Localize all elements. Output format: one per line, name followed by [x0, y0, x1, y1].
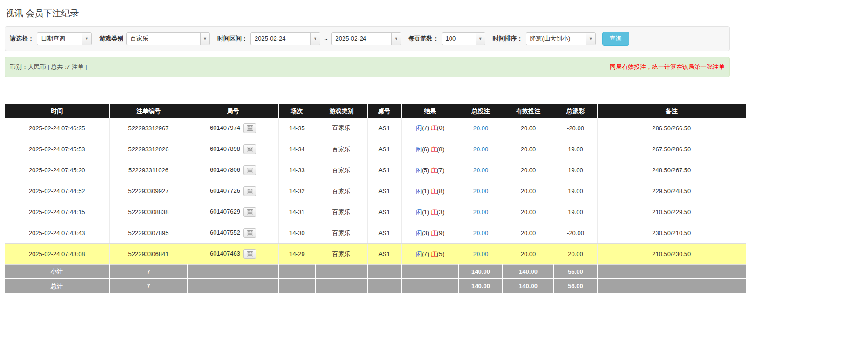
round-number: 601407898	[210, 145, 240, 152]
table-row: 2025-02-24 07:44:52522293309927601407726…	[5, 181, 746, 202]
column-header: 有效投注	[503, 104, 554, 118]
chevron-down-icon[interactable]: ▼	[82, 33, 91, 45]
note-cell: 230.50/210.50	[597, 223, 746, 243]
table-foot: 小计7140.00140.0056.00总计7140.00140.0056.00	[5, 264, 746, 293]
total-bet-cell: 20.00	[459, 160, 503, 181]
result-cell: 闲(6) 庄(8)	[401, 139, 459, 160]
total-bet-link[interactable]: 20.00	[473, 167, 489, 174]
valid-bet-cell: 20.00	[503, 118, 554, 139]
session-cell: 14-31	[278, 202, 316, 223]
total-bet-link[interactable]: 20.00	[473, 146, 489, 153]
banker-result-score: (8)	[437, 188, 444, 195]
total-row-empty	[188, 279, 278, 293]
valid-bet-cell: 20.00	[503, 243, 554, 264]
player-result-label: 闲	[416, 146, 422, 153]
bet-id-cell: 522293312026	[109, 139, 188, 160]
note-cell: 210.50/229.50	[597, 202, 746, 223]
valid-bet-cell: 20.00	[503, 160, 554, 181]
player-result-score: (6)	[422, 146, 431, 153]
round-cell: 601407726	[188, 181, 278, 202]
bet-id-cell: 522293311026	[109, 160, 188, 181]
game-type-cell: 百家乐	[316, 223, 367, 243]
column-header: 注单编号	[109, 104, 188, 118]
total-bet-cell: 20.00	[459, 202, 503, 223]
chevron-down-icon[interactable]: ▼	[310, 33, 320, 45]
page-size-select[interactable]: 100 ▼	[442, 32, 485, 45]
table-row: 2025-02-24 07:46:25522293312967601407974…	[5, 118, 746, 139]
filter-bar: 请选择： 日期查询 ▼ 游戏类别 百家乐 ▼ 时间区间： 2025-02-24 …	[5, 26, 730, 51]
player-result-label: 闲	[416, 209, 422, 216]
banker-result-label: 庄	[431, 250, 437, 257]
date-to-value: 2025-02-24	[332, 33, 391, 45]
result-cell: 闲(7) 庄(5)	[401, 243, 459, 264]
payout-cell: 19.00	[554, 160, 597, 181]
subtotal-row-note	[597, 264, 746, 279]
note-cell: 286.50/266.50	[597, 118, 746, 139]
video-replay-icon[interactable]	[243, 123, 256, 133]
chevron-down-icon[interactable]: ▼	[200, 33, 209, 45]
total-bet-link[interactable]: 20.00	[473, 188, 489, 195]
page-size-label: 每页笔数：	[409, 34, 439, 43]
note-cell: 267.50/286.50	[597, 139, 746, 160]
result-cell: 闲(7) 庄(0)	[401, 118, 459, 139]
session-cell: 14-32	[278, 181, 316, 202]
date-from-select[interactable]: 2025-02-24 ▼	[250, 32, 320, 45]
total-row-payout: 56.00	[554, 279, 597, 293]
total-bet-link[interactable]: 20.00	[473, 230, 489, 236]
player-result-score: (7)	[422, 250, 431, 257]
subtotal-row-empty	[401, 264, 459, 279]
game-type-cell: 百家乐	[316, 243, 367, 264]
search-button[interactable]: 查询	[602, 32, 629, 46]
round-number: 601407974	[210, 124, 240, 131]
time-cell: 2025-02-24 07:45:53	[5, 139, 109, 160]
time-cell: 2025-02-24 07:43:43	[5, 223, 109, 243]
video-replay-icon[interactable]	[243, 186, 256, 196]
table-number-cell: AS1	[367, 118, 401, 139]
table-row: 2025-02-24 07:43:08522293306841601407463…	[5, 243, 746, 264]
round-number: 601407806	[210, 166, 240, 173]
video-replay-icon[interactable]	[243, 165, 256, 175]
chevron-down-icon[interactable]: ▼	[586, 33, 595, 45]
subtotal-row-empty	[367, 264, 401, 279]
player-result-score: (7)	[422, 124, 431, 131]
game-type-select[interactable]: 百家乐 ▼	[126, 32, 210, 45]
subtotal-row: 小计7140.00140.0056.00	[5, 264, 746, 279]
game-type-cell: 百家乐	[316, 118, 367, 139]
payout-cell: 19.00	[554, 202, 597, 223]
video-replay-icon[interactable]	[243, 249, 256, 259]
summary-currency-count: 币别：人民币 | 总共 :7 注单 |	[10, 63, 87, 71]
video-replay-icon[interactable]	[243, 207, 256, 217]
payout-cell: -20.00	[554, 223, 597, 243]
total-row-empty	[367, 279, 401, 293]
player-result-score: (1)	[422, 209, 431, 216]
page-title: 视讯 会员下注纪录	[6, 7, 868, 20]
sort-order-select[interactable]: 降冪(由大到小) ▼	[526, 32, 596, 45]
query-type-select[interactable]: 日期查询 ▼	[37, 32, 92, 45]
chevron-down-icon[interactable]: ▼	[391, 33, 401, 45]
session-cell: 14-35	[278, 118, 316, 139]
player-result-label: 闲	[416, 188, 422, 195]
date-to-select[interactable]: 2025-02-24 ▼	[331, 32, 401, 45]
time-cell: 2025-02-24 07:43:08	[5, 243, 109, 264]
video-replay-icon[interactable]	[243, 228, 256, 238]
total-bet-link[interactable]: 20.00	[473, 250, 489, 257]
valid-bet-cell: 20.00	[503, 223, 554, 243]
video-replay-icon[interactable]	[243, 144, 256, 154]
subtotal-row-label: 小计	[5, 264, 109, 279]
game-type-cell: 百家乐	[316, 160, 367, 181]
table-number-cell: AS1	[367, 202, 401, 223]
column-header: 桌号	[367, 104, 401, 118]
result-cell: 闲(1) 庄(8)	[401, 181, 459, 202]
total-bet-cell: 20.00	[459, 118, 503, 139]
table-number-cell: AS1	[367, 223, 401, 243]
chevron-down-icon[interactable]: ▼	[476, 33, 485, 45]
banker-result-label: 庄	[431, 146, 437, 153]
player-result-score: (3)	[422, 230, 431, 236]
total-row-label: 总计	[5, 279, 109, 293]
table-header-row: 时间注单编号局号场次游戏类别桌号结果总投注有效投注总派彩备注	[5, 104, 746, 118]
total-row-empty	[401, 279, 459, 293]
total-bet-link[interactable]: 20.00	[473, 209, 489, 216]
total-bet-link[interactable]: 20.00	[473, 125, 489, 132]
query-type-label: 请选择：	[10, 34, 34, 43]
bet-id-cell: 522293309927	[109, 181, 188, 202]
